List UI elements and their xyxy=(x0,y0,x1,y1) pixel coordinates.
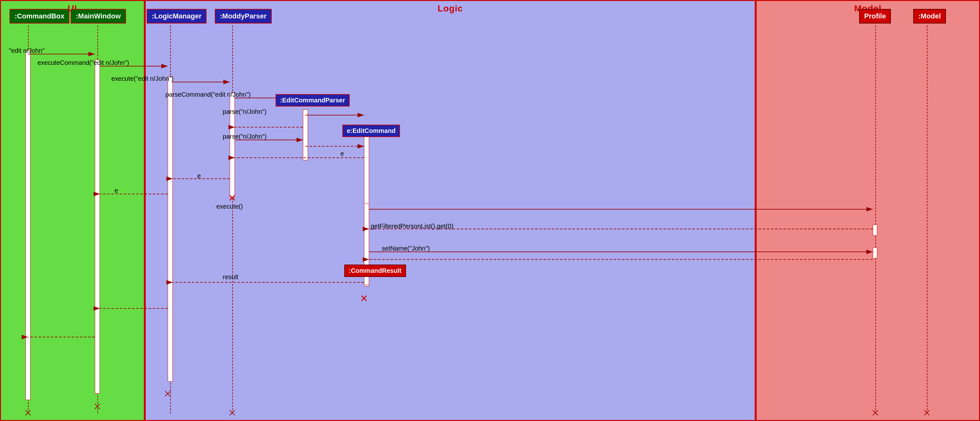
msg-executecall: execute() xyxy=(216,203,243,210)
actor-editcommandparser-inline: :EditCommandParser xyxy=(275,94,350,106)
lifeline-profile xyxy=(875,25,876,413)
actor-logicmanager: :LogicManager xyxy=(147,9,207,24)
msg-parsecommand: parseCommand("edit n/John") xyxy=(165,91,251,98)
msg-e-1: e xyxy=(340,150,344,157)
msg-parse-2: parse("n/John") xyxy=(223,133,267,140)
activation-profile-1 xyxy=(873,224,877,236)
msg-execute: execute("edit n/John") xyxy=(111,75,173,83)
activation-mainwindow xyxy=(95,60,100,394)
actor-moddyparser: :ModdyParser xyxy=(215,9,272,24)
actor-commandresult-inline: :CommandResult xyxy=(344,265,406,277)
msg-result: result xyxy=(223,273,238,281)
lifeline-moddyparser xyxy=(232,25,233,413)
msg-setname: setName("John") xyxy=(382,245,430,252)
msg-edit-input: "edit n/John" xyxy=(9,47,45,54)
msg-getfilteredperson: getFilteredPersonList().get(0) xyxy=(371,222,453,230)
actor-mainwindow: :MainWindow xyxy=(71,9,126,24)
activation-editcommandparser xyxy=(303,110,308,160)
msg-e-3: e xyxy=(115,187,118,194)
msg-parse-1: parse("n/John") xyxy=(223,108,267,116)
actor-profile: Profile xyxy=(859,9,891,24)
lifeline-model xyxy=(927,25,928,413)
actor-model: :Model xyxy=(913,9,946,24)
msg-e-2: e xyxy=(197,172,201,180)
section-logic: Logic xyxy=(145,0,756,421)
actor-editcommand-inline: e:EditCommand xyxy=(342,125,400,137)
section-model: Model xyxy=(756,0,980,421)
activation-profile-2 xyxy=(873,247,877,259)
msg-executecommand: executeCommand("edit n/John") xyxy=(38,59,129,67)
actor-commandbox: :CommandBox xyxy=(10,9,69,24)
activation-commandbox xyxy=(25,50,30,400)
activation-logicmanager xyxy=(168,76,173,381)
